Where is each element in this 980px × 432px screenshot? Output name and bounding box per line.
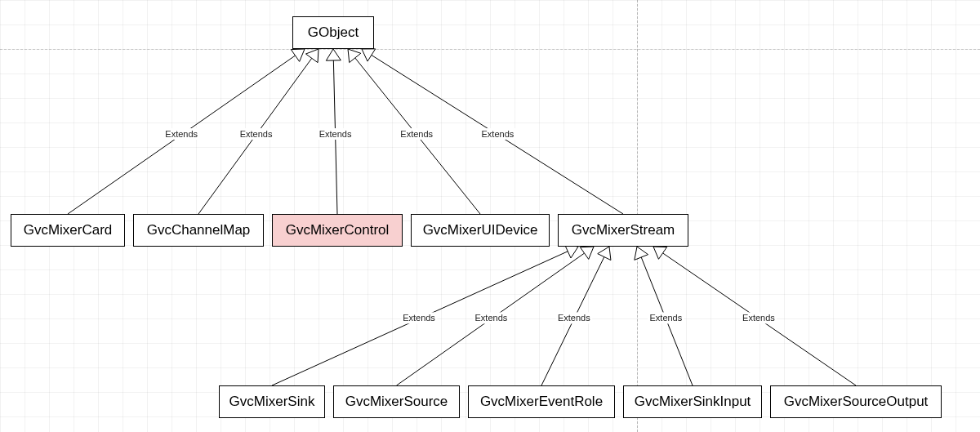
class-node-sink[interactable]: GvcMixerSink	[219, 385, 325, 418]
class-node-sourceOutput[interactable]: GvcMixerSourceOutput	[770, 385, 942, 418]
class-node-control[interactable]: GvcMixerControl	[272, 214, 403, 247]
class-node-label: GObject	[308, 24, 359, 41]
class-node-stream[interactable]: GvcMixerStream	[558, 214, 688, 247]
class-node-label: GvcMixerUIDevice	[423, 222, 538, 238]
class-node-gobject[interactable]: GObject	[292, 16, 374, 49]
class-node-label: GvcMixerCard	[24, 222, 113, 238]
class-node-label: GvcMixerControl	[286, 222, 390, 238]
class-node-label: GvcMixerSink	[229, 394, 315, 410]
class-node-card[interactable]: GvcMixerCard	[11, 214, 125, 247]
page-break-horizontal	[0, 49, 980, 50]
class-node-uiDevice[interactable]: GvcMixerUIDevice	[411, 214, 550, 247]
class-node-label: GvcMixerSource	[345, 394, 448, 410]
class-node-channelMap[interactable]: GvcChannelMap	[133, 214, 264, 247]
class-node-label: GvcMixerSourceOutput	[784, 394, 929, 410]
class-node-label: GvcChannelMap	[147, 222, 251, 238]
class-node-label: GvcMixerStream	[572, 222, 675, 238]
class-node-label: GvcMixerEventRole	[480, 394, 603, 410]
class-node-source[interactable]: GvcMixerSource	[333, 385, 460, 418]
class-node-eventRole[interactable]: GvcMixerEventRole	[468, 385, 615, 418]
class-node-label: GvcMixerSinkInput	[635, 394, 751, 410]
class-node-sinkInput[interactable]: GvcMixerSinkInput	[623, 385, 762, 418]
